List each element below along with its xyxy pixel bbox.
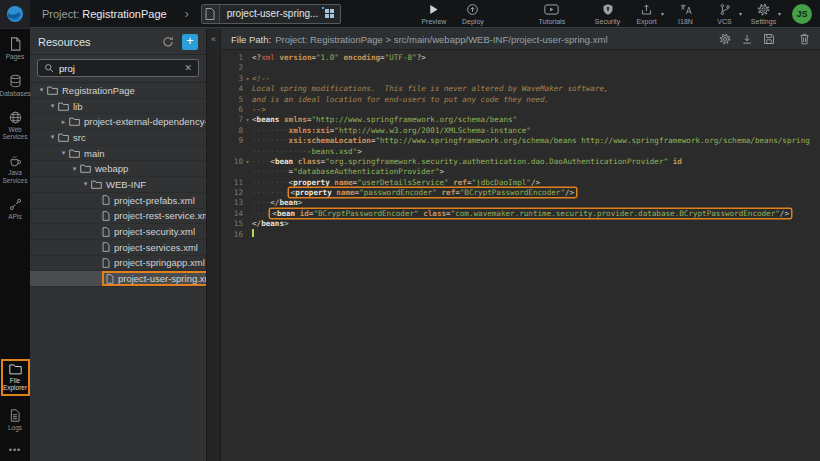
- code-line[interactable]: 1<?xml version="1.0" encoding="UTF-8"?>: [221, 53, 820, 63]
- code-line[interactable]: 14····<bean id="BCryptPasswordEncoder" c…: [221, 209, 820, 219]
- code-text: </beans>: [252, 219, 289, 229]
- sidebar-item-logs[interactable]: Logs: [0, 409, 30, 432]
- code-line[interactable]: 7▾<beans xmlns="http://www.springframewo…: [221, 115, 820, 125]
- play-icon: [427, 3, 440, 16]
- fold-arrow-icon[interactable]: ▾: [243, 157, 252, 167]
- code-highlight-box: <bean id="BCryptPasswordEncoder" class="…: [270, 209, 791, 218]
- code-line[interactable]: 3▾<!--: [221, 74, 820, 84]
- tree-item[interactable]: ▾lib: [30, 99, 206, 115]
- toolbar-left: Preview Deploy Tutorials: [417, 3, 574, 25]
- fold-arrow-icon[interactable]: ▾: [243, 115, 252, 125]
- code-line[interactable]: 8········xmlns:xsi="http://www.w3.org/20…: [221, 126, 820, 136]
- sidebar-item-apis[interactable]: APIs: [0, 198, 30, 221]
- security-button[interactable]: Security: [591, 3, 624, 25]
- user-avatar[interactable]: JS: [792, 4, 812, 24]
- editor-settings-gear-icon[interactable]: [719, 33, 731, 45]
- tree-item[interactable]: project-prefabs.xml: [30, 193, 206, 209]
- code-editor[interactable]: 1<?xml version="1.0" encoding="UTF-8"?>2…: [221, 50, 820, 240]
- expand-arrow-icon[interactable]: ▾: [47, 133, 58, 141]
- preview-button[interactable]: Preview: [417, 3, 450, 25]
- settings-button[interactable]: ▾ Settings: [747, 3, 780, 25]
- tree-item[interactable]: project-rest-service.xml: [30, 209, 206, 225]
- code-text: ········xmlns:xsi="http://www.w3.org/200…: [252, 126, 531, 136]
- export-icon: [640, 3, 653, 16]
- code-text: ········xsi:schemaLocation="http://www.s…: [252, 136, 810, 146]
- tree-item[interactable]: ▾RegistrationPage: [30, 83, 206, 99]
- tree-item[interactable]: ▾WEB-INF: [30, 177, 206, 193]
- clear-search-icon[interactable]: ✕: [184, 63, 192, 73]
- app-logo[interactable]: [0, 0, 30, 28]
- tree-item-label: project-rest-service.xml: [114, 210, 206, 221]
- file-icon: [102, 195, 110, 205]
- tree-item[interactable]: project-services.xml: [30, 240, 206, 256]
- tree-item[interactable]: project-springapp.xml: [30, 256, 206, 272]
- vcs-button[interactable]: ▾ VCS: [708, 3, 741, 25]
- code-line[interactable]: 15</beans>: [221, 219, 820, 229]
- tree-item[interactable]: ▾webapp: [30, 161, 206, 177]
- expand-arrow-icon[interactable]: ▾: [69, 165, 80, 173]
- code-text: [252, 229, 254, 241]
- expand-arrow-icon[interactable]: ▾: [80, 180, 91, 188]
- deploy-button[interactable]: Deploy: [456, 3, 489, 25]
- code-line[interactable]: 10▾····<bean class="org.springframework.…: [221, 157, 820, 167]
- save-icon[interactable]: [763, 33, 775, 45]
- tree-item[interactable]: project-user-spring.xml: [30, 271, 206, 287]
- collapse-panel-strip[interactable]: «: [207, 29, 221, 461]
- line-number: 9: [221, 136, 243, 146]
- more-menu-button[interactable]: •••: [9, 445, 21, 455]
- folder-icon: [47, 86, 58, 95]
- search-row: proj ✕: [30, 55, 206, 83]
- search-input[interactable]: proj ✕: [37, 59, 199, 77]
- code-line[interactable]: 4Local spring modifications. This file i…: [221, 84, 820, 94]
- code-text: <!--: [252, 74, 270, 84]
- code-line[interactable]: 12········<property name="passwordEncode…: [221, 188, 820, 198]
- code-line[interactable]: 2: [221, 63, 820, 73]
- tree-item[interactable]: ▸project-external-dependency-jars: [30, 114, 206, 130]
- sidebar-item-java-services[interactable]: Java Services: [0, 154, 30, 185]
- tutorials-button[interactable]: Tutorials: [535, 3, 568, 25]
- code-line[interactable]: 5and is an ideal location for end-users …: [221, 95, 820, 105]
- sidebar-item-pages[interactable]: Pages: [0, 37, 30, 61]
- tree-item[interactable]: ▾main: [30, 146, 206, 162]
- line-number: 16: [221, 230, 243, 240]
- fold-arrow-icon[interactable]: ▾: [243, 74, 252, 84]
- export-button[interactable]: ▾ Export: [630, 3, 663, 25]
- code-highlight-box: <property name="passwordEncoder" ref="BC…: [289, 188, 577, 197]
- code-line[interactable]: 11········<property name="userDetailsSer…: [221, 178, 820, 188]
- top-bar: Project:RegistrationPage › project-user-…: [0, 0, 820, 28]
- add-resource-button[interactable]: +: [182, 34, 198, 50]
- collapse-arrow-icon[interactable]: ▸: [58, 118, 69, 126]
- tree-item-label: lib: [73, 101, 83, 112]
- code-text: <beans xmlns="http://www.springframework…: [252, 115, 517, 125]
- tree-item[interactable]: project-security.xml: [30, 224, 206, 240]
- code-line[interactable]: ········="databaseAuthenticationProvider…: [221, 167, 820, 177]
- code-line[interactable]: ············-beans.xsd">: [221, 147, 820, 157]
- open-file-tab[interactable]: project-user-spring...: [201, 4, 342, 24]
- folder-icon: [9, 363, 22, 375]
- caret-down-icon: ▾: [739, 10, 742, 17]
- tree-item-label: project-security.xml: [114, 226, 195, 237]
- expand-arrow-icon[interactable]: ▾: [58, 149, 69, 157]
- search-value: proj: [59, 63, 179, 74]
- code-line[interactable]: 6-->: [221, 105, 820, 115]
- download-icon[interactable]: [741, 33, 753, 45]
- code-line[interactable]: 9········xsi:schemaLocation="http://www.…: [221, 136, 820, 146]
- sidebar-item-web-services[interactable]: Web Services: [0, 111, 30, 142]
- tree-item-label: WEB-INF: [106, 179, 146, 190]
- refresh-icon[interactable]: [162, 36, 174, 48]
- sidebar-item-databases[interactable]: Databases: [0, 74, 30, 98]
- grid-icon[interactable]: [325, 9, 334, 18]
- line-number: 8: [221, 126, 243, 136]
- wavemaker-studio: Project:RegistrationPage › project-user-…: [0, 0, 820, 461]
- expand-arrow-icon[interactable]: ▾: [47, 102, 58, 110]
- tree-item-label: project-prefabs.xml: [114, 195, 195, 206]
- tree-item[interactable]: ▾src: [30, 130, 206, 146]
- i18n-button[interactable]: I18N: [669, 3, 702, 25]
- file-icon: [102, 258, 110, 268]
- delete-trash-icon[interactable]: [799, 33, 810, 45]
- code-line[interactable]: 16: [221, 230, 820, 240]
- sidebar-item-file-explorer[interactable]: File Explorer: [1, 359, 30, 397]
- code-line[interactable]: 13····</bean>: [221, 198, 820, 208]
- expand-arrow-icon[interactable]: ▾: [36, 86, 47, 94]
- line-number: 7: [221, 115, 243, 125]
